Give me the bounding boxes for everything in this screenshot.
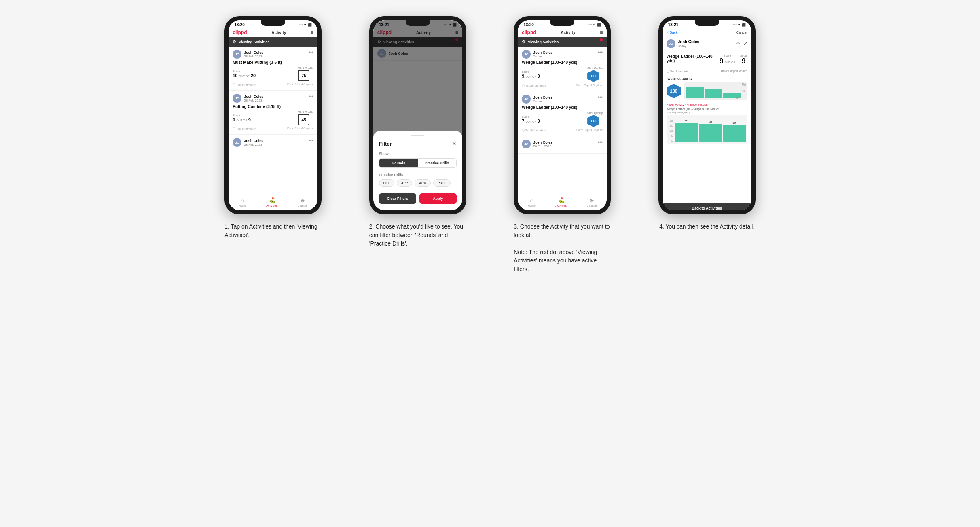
viewing-bar-1[interactable]: ⚙ Viewing Activities [229,37,317,47]
user-date-3-3: 28 Feb 2023 [533,144,552,148]
bottom-nav-3: ⌂ Home ⛳ Activities ⊕ Capture [518,195,607,210]
menu-icon-1[interactable]: ≡ [311,30,313,35]
outof-3-2: OUT OF [525,120,536,123]
pill-ott-2[interactable]: OTT [379,179,394,187]
filter-icon-3: ⚙ [522,40,525,44]
dots-1-3[interactable]: ••• [309,138,314,144]
session-title-4: Wedge Ladder (100–140 yds) - 06 Mar 23 [667,108,747,110]
apply-btn-2[interactable]: Apply [419,193,457,204]
nav-capture-label-1: Capture [298,204,308,207]
card-user-3-3: JC Josh Coles 28 Feb 2023 [522,140,552,148]
clear-filters-btn-2[interactable]: Clear Filters [379,193,416,204]
player-activity-label-4: Player Activity [667,103,684,106]
user-name-3-2: Josh Coles [533,95,552,99]
pill-arg-2[interactable]: ARG [415,179,431,187]
activity-card-3-2[interactable]: JC Josh Coles Today ••• Wedge Ladder (10… [518,91,607,136]
sq-label-3-1: Shot Quality [587,67,603,70]
time-4: 13:21 [668,23,679,27]
card-title-1-2: Putting Combine (3-15 ft) [233,104,313,109]
user-name-3-3: Josh Coles [533,140,552,144]
nav-capture-3[interactable]: ⊕ Capture [587,197,597,207]
score-val-3-1: 9 [522,74,524,78]
cancel-btn-4[interactable]: Cancel [736,30,747,34]
menu-icon-3[interactable]: ≡ [600,30,603,35]
time-3: 13:20 [523,23,534,27]
nav-home-1[interactable]: ⌂ Home [239,197,246,207]
outof-1-1: OUT OF [239,75,250,78]
big-bar-4-3: 124 ← [723,125,745,142]
footer-right-1-2: Data: Clippd Capture [287,127,313,131]
chart-x-label-4: APP [736,97,740,99]
activity-card-1-2[interactable]: JC Josh Coles 28 Feb 2023 ••• Putting Co… [229,91,317,135]
logo-3: clippd [522,30,536,35]
nav-capture-1[interactable]: ⊕ Capture [298,197,308,207]
step-1: 13:20 ▪▪▪ ᯤ ⬛ clippd Activity ≡ ⚙ Viewin… [207,16,340,239]
nav-home-label-3: Home [528,204,536,207]
screen-1: 13:20 ▪▪▪ ᯤ ⬛ clippd Activity ≡ ⚙ Viewin… [229,20,317,210]
notch-3 [550,20,574,26]
dots-1-1[interactable]: ••• [309,50,314,55]
sq-badge-1-2: 45 [298,114,309,125]
activity-card-3-1[interactable]: JC Josh Coles Today ••• Wedge Ladder (10… [518,47,607,91]
screen-3: 13:20 ▪▪▪ ᯤ ⬛ clippd Activity ≡ ⚙ Viewin… [518,20,607,210]
phone-4: 13:21 ▪▪▪ ᯤ ⬛ < Back Cancel JC Josh Cole… [658,16,756,214]
dots-3-3[interactable]: ••• [598,140,603,145]
sq-badge-3-2: 118 [587,115,599,127]
nav-home-3[interactable]: ⌂ Home [528,197,536,207]
shots-label-4: Shots [740,54,747,57]
card-title-3-1: Wedge Ladder (100–140 yds) [522,60,603,65]
viewing-bar-3[interactable]: ⚙ Viewing Activities [518,37,607,47]
signal-icons-1: ▪▪▪ ᯤ ⬛ [299,23,312,27]
pill-app-2[interactable]: APP [397,179,412,187]
nav-activities-3[interactable]: ⛳ Activities [555,197,567,207]
hint-right-4: Data: Clippd Capture [721,70,747,72]
activity-card-1-1[interactable]: JC Josh Coles 28 Feb 2023 ••• Must Make … [229,47,317,91]
outof-1-2: OUT OF [236,119,247,122]
notch-2 [406,20,430,26]
card-user-1-1: JC Josh Coles 28 Feb 2023 [233,50,263,59]
screen-4: 13:21 ▪▪▪ ᯤ ⬛ < Back Cancel JC Josh Cole… [663,20,751,210]
activity-card-1-3: JC Josh Coles 28 Feb 2023 ••• [229,135,317,152]
caption-3: 3. Choose the Activity that you want to … [514,222,611,273]
dots-1-2[interactable]: ••• [309,94,314,99]
tab-rounds-2[interactable]: Rounds [379,159,418,167]
close-btn-2[interactable]: ✕ [452,140,457,147]
avatar-3-3: JC [522,140,531,148]
footer-right-3-2: Data: Clippd Capture [576,129,603,133]
step-2: 13:21 ▪▪▪ ᯤ ⬛ clippd Activity ≡ ⚙ Viewin… [351,16,484,248]
caption-1: 1. Tap on Activities and then 'Viewing A… [224,222,322,239]
bottom-nav-1: ⌂ Home ⛳ Activities ⊕ Capture [229,195,317,210]
card-stats-1-2: Score 0 OUT OF 9 Shot Quality 45 [233,111,313,125]
dots-3-1[interactable]: ••• [598,50,603,55]
avatar-1-1: JC [233,50,241,59]
footer-left-1-2: ⓘ Test Information [233,127,256,131]
step-4: 13:21 ▪▪▪ ᯤ ⬛ < Back Cancel JC Josh Cole… [641,16,773,231]
phone-1: 13:20 ▪▪▪ ᯤ ⬛ clippd Activity ≡ ⚙ Viewin… [224,16,322,214]
tab-practice-2[interactable]: Practice Drills [418,159,456,167]
dots-3-2[interactable]: ••• [598,95,603,100]
screen-2: 13:21 ▪▪▪ ᯤ ⬛ clippd Activity ≡ ⚙ Viewin… [373,20,462,210]
caption-4: 4. You can then see the Activity detail. [659,222,754,231]
home-icon-1: ⌂ [241,197,244,203]
nav-activities-1[interactable]: ⛳ Activities [266,197,277,207]
notch-1 [261,20,285,26]
footer-right-1-1: Data: Clippd Capture [287,83,313,87]
footer-right-3-1: Data: Clippd Capture [576,84,603,88]
score-label-3-2: Score [522,115,540,118]
logo-1: clippd [233,30,247,35]
pill-putt-2[interactable]: PUTT [433,179,451,187]
expand-icon-4[interactable]: ⤢ [743,41,747,47]
activity-list-1: JC Josh Coles 28 Feb 2023 ••• Must Make … [229,47,317,195]
detail-hint-4: ⓘ Test Information Data: Clippd Capture [667,70,747,74]
player-activity-tag-4: Player Activity › Practice Session [667,103,747,106]
sq-label-1-1: Shot Quality [298,67,313,70]
nav-capture-label-3: Capture [587,204,597,207]
sq-label-3-2: Shot Quality [587,112,603,114]
nav-activities-label-1: Activities [266,204,277,207]
y-axis-4: 100 50 0 [741,84,745,98]
back-btn-4[interactable]: < Back [667,30,678,34]
edit-icon-4[interactable]: ✏ [736,41,740,47]
signal-icons-4: ▪▪▪ ᯤ ⬛ [733,23,746,27]
big-bar-4-1: 132 [675,123,698,142]
back-to-activities-btn-4[interactable]: Back to Activities [663,203,751,210]
